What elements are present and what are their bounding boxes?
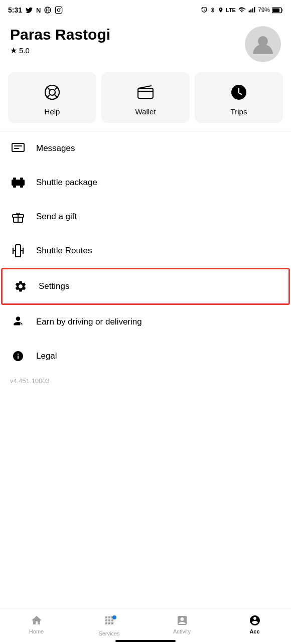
location-icon	[218, 7, 224, 14]
status-time: 5:31	[8, 6, 22, 14]
vpn-icon	[44, 6, 52, 14]
status-bar: 5:31 N LTE 79%	[0, 0, 291, 18]
version-text: v4.451.10003	[0, 373, 291, 395]
status-indicators: LTE 79%	[201, 7, 283, 14]
account-icon	[249, 614, 261, 626]
messages-label: Messages	[36, 143, 75, 153]
user-rating: ★ 5.0	[10, 46, 110, 55]
star-icon: ★	[10, 46, 17, 55]
menu-item-earn-driving[interactable]: Earn by driving or delivering	[0, 305, 291, 339]
alarm-icon	[201, 7, 208, 14]
bottom-navigation: Home Services Activity Acc	[0, 608, 291, 644]
wallet-button[interactable]: Wallet	[101, 72, 190, 123]
svg-rect-10	[272, 8, 279, 12]
twitter-icon	[25, 6, 33, 14]
settings-icon	[13, 278, 29, 294]
nav-account[interactable]: Acc	[218, 612, 291, 636]
legal-icon	[10, 348, 26, 364]
svg-rect-23	[20, 178, 23, 180]
nav-services[interactable]: Services	[73, 612, 145, 638]
earn-driving-icon	[10, 314, 26, 330]
shuttle-routes-icon	[10, 243, 26, 259]
signal-icon	[248, 7, 256, 14]
home-indicator	[115, 640, 176, 642]
avatar-icon	[251, 32, 275, 56]
nav-services-label: Services	[98, 630, 119, 636]
svg-rect-4	[249, 11, 250, 13]
legal-label: Legal	[36, 351, 57, 361]
gift-icon	[10, 209, 26, 225]
wallet-icon	[135, 82, 156, 102]
profile-header: Paras Rastogi ★ 5.0	[0, 18, 291, 68]
help-icon	[42, 82, 62, 102]
user-name: Paras Rastogi	[10, 26, 110, 43]
quick-actions-bar: Help Wallet Trips	[0, 68, 291, 131]
menu-list: Messages Shuttle package Send a gift	[0, 131, 291, 373]
services-notification-dot	[112, 615, 116, 619]
menu-item-send-gift[interactable]: Send a gift	[0, 200, 291, 234]
nav-home[interactable]: Home	[0, 612, 73, 636]
user-info: Paras Rastogi ★ 5.0	[10, 26, 110, 55]
rating-value: 5.0	[19, 46, 30, 55]
battery-icon	[272, 7, 283, 14]
menu-item-settings[interactable]: Settings	[1, 268, 290, 305]
help-button[interactable]: Help	[8, 72, 96, 123]
activity-icon	[176, 614, 188, 626]
menu-item-shuttle-routes[interactable]: Shuttle Routes	[0, 234, 291, 268]
menu-item-shuttle-package[interactable]: Shuttle package	[0, 166, 291, 200]
notification-icon: N	[36, 7, 41, 14]
home-icon	[31, 614, 43, 626]
wifi-icon	[238, 7, 246, 14]
nav-activity-label: Activity	[173, 628, 191, 634]
lte-indicator: LTE	[226, 7, 236, 13]
svg-rect-9	[281, 9, 282, 12]
send-gift-label: Send a gift	[36, 212, 77, 222]
nav-home-label: Home	[29, 628, 44, 634]
svg-rect-18	[138, 88, 153, 98]
svg-point-30	[22, 324, 23, 325]
svg-rect-20	[12, 143, 24, 151]
svg-rect-7	[254, 7, 255, 13]
nav-account-label: Acc	[249, 628, 259, 634]
svg-rect-25	[20, 186, 23, 188]
trips-button[interactable]: Trips	[195, 72, 283, 123]
shuttle-routes-label: Shuttle Routes	[36, 246, 92, 256]
svg-rect-29	[16, 245, 21, 257]
trips-icon	[229, 82, 249, 102]
help-label: Help	[45, 107, 60, 116]
svg-rect-24	[13, 186, 16, 188]
menu-item-messages[interactable]: Messages	[0, 131, 291, 166]
earn-driving-label: Earn by driving or delivering	[36, 317, 142, 327]
svg-rect-5	[250, 10, 251, 13]
svg-point-3	[60, 8, 61, 9]
svg-rect-22	[13, 178, 16, 180]
svg-point-2	[58, 9, 60, 11]
bluetooth-icon	[210, 7, 216, 14]
battery-percent: 79%	[258, 7, 270, 14]
trips-label: Trips	[231, 107, 247, 116]
settings-label: Settings	[39, 281, 69, 291]
instagram-icon	[55, 6, 63, 14]
svg-rect-6	[252, 9, 253, 13]
messages-icon	[10, 140, 26, 156]
shuttle-package-label: Shuttle package	[36, 178, 97, 188]
status-time-group: 5:31 N	[8, 6, 63, 14]
wallet-label: Wallet	[135, 107, 156, 116]
svg-point-13	[49, 89, 55, 95]
svg-rect-1	[56, 7, 62, 13]
shuttle-package-icon	[10, 175, 26, 191]
user-avatar[interactable]	[245, 26, 281, 62]
nav-activity[interactable]: Activity	[145, 612, 218, 636]
svg-rect-21	[12, 180, 25, 186]
menu-item-legal[interactable]: Legal	[0, 339, 291, 373]
